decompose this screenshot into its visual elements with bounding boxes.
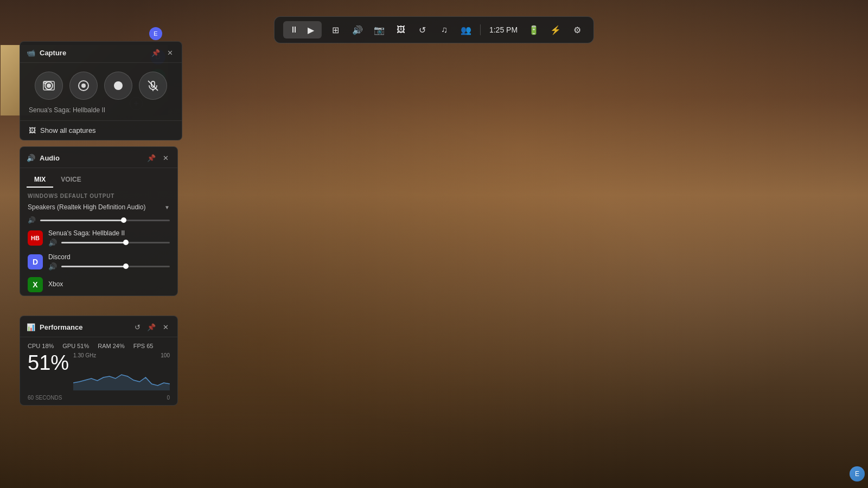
hellblade-volume-fill	[61, 242, 126, 243]
next-icon[interactable]: ▶	[303, 22, 318, 37]
perf-chart-footer: 60 SECONDS 0	[20, 395, 177, 405]
people-icon[interactable]: 👥	[458, 22, 474, 37]
audio-app-discord: D Discord 🔊	[20, 250, 177, 274]
perf-refresh-button[interactable]: ↺	[132, 322, 143, 332]
tab-voice[interactable]: VOICE	[53, 172, 88, 188]
battery-icon[interactable]: 🔋	[526, 22, 541, 37]
audio-device-name: Speakers (Realtek High Definition Audio)	[28, 203, 145, 211]
svg-point-5	[81, 84, 86, 88]
discord-mute-icon: 🔊	[48, 262, 57, 271]
record-clip-button[interactable]	[69, 72, 98, 100]
audio-app-xbox: X Xbox	[20, 274, 177, 296]
performance-panel: 📊 Performance ↺ 📌 ✕ CPU 18% GPU 51% RAM …	[20, 316, 178, 406]
perf-pin-button[interactable]: 📌	[146, 322, 157, 332]
discord-volume-fill	[61, 266, 126, 267]
audio-section-label: WINDOWS DEFAULT OUTPUT	[20, 188, 177, 201]
capture-panel-title: 📹 Capture	[27, 49, 66, 57]
capture-panel-actions: 📌 ✕	[150, 47, 175, 58]
audio-device-selector[interactable]: Speakers (Realtek High Definition Audio)…	[20, 201, 177, 215]
perf-main-value: 51%	[28, 352, 69, 373]
perf-time-label: 60 SECONDS	[28, 395, 62, 401]
ga-profile-button[interactable]: E	[149, 27, 162, 40]
ram-stat: RAM 24%	[98, 343, 125, 349]
volume-icon[interactable]: 🔊	[350, 22, 365, 37]
capture-buttons-group	[20, 63, 182, 104]
toolbar: ⏸ ▶ ⊞ 🔊 📷 🖼 ↺ ♫ 👥 1:25 PM 🔋 ⚡ ⚙	[274, 16, 594, 43]
master-volume-slider[interactable]	[40, 220, 170, 221]
capture-close-button[interactable]: ✕	[164, 47, 175, 58]
hellblade-mute-icon: 🔊	[48, 239, 57, 247]
ga-avatar[interactable]: E	[850, 466, 865, 481]
audio-panel-header: 🔊 Audio 📌 ✕	[20, 147, 177, 168]
perf-main-display: 51% 1.30 GHz 100	[20, 352, 177, 395]
perf-chart-area: 1.30 GHz 100	[73, 352, 170, 390]
show-captures-link[interactable]: 🖼 Show all captures	[20, 120, 182, 140]
xbox-audio-content: Xbox	[48, 280, 170, 290]
hellblade-volume-row: 🔊	[48, 239, 170, 247]
settings-icon[interactable]: ⚙	[570, 22, 585, 37]
audio-panel-title: 🔊 Audio	[27, 154, 60, 162]
capture-panel: 📹 Capture 📌 ✕	[20, 41, 182, 140]
perf-close-button[interactable]: ✕	[160, 322, 171, 332]
discord-volume-row: 🔊	[48, 262, 170, 271]
discord-icon: D	[28, 254, 43, 269]
toolbar-time: 1:25 PM	[487, 25, 520, 34]
capture-panel-header: 📹 Capture 📌 ✕	[20, 42, 182, 63]
perf-chart-svg	[73, 361, 170, 390]
pause-icon[interactable]: ⏸	[286, 22, 302, 37]
audio-pin-button[interactable]: 📌	[146, 152, 157, 163]
toolbar-divider	[480, 24, 481, 35]
audio-app-hellblade: HB Senua's Saga: Hellblade II 🔊	[20, 226, 177, 250]
screenshot-button[interactable]	[35, 72, 63, 100]
discord-volume-slider[interactable]	[61, 266, 170, 267]
svg-rect-2	[44, 82, 46, 84]
perf-freq-label: 1.30 GHz	[73, 352, 96, 358]
hellblade-volume-slider[interactable]	[61, 242, 170, 243]
record-button[interactable]	[104, 72, 132, 100]
performance-icon: 📊	[27, 323, 35, 331]
camera-icon[interactable]: 📷	[372, 22, 387, 37]
gallery-icon[interactable]: 🖼	[393, 22, 409, 37]
pause-play-group[interactable]: ⏸ ▶	[283, 21, 322, 38]
master-volume-row: 🔊	[20, 215, 177, 226]
cpu-stat: CPU 18%	[28, 343, 54, 349]
performance-panel-header: 📊 Performance ↺ 📌 ✕	[20, 316, 177, 337]
audio-tabs: MIX VOICE	[20, 168, 177, 188]
gpu-stat: GPU 51%	[62, 343, 89, 349]
map-icon[interactable]: ⊞	[328, 22, 343, 37]
discord-audio-content: Discord 🔊	[48, 253, 170, 271]
spotify-icon[interactable]: ♫	[437, 22, 452, 37]
ga-bottom-profile[interactable]: E	[850, 466, 865, 481]
captures-icon: 🖼	[29, 126, 36, 134]
capture-icon: 📹	[27, 49, 35, 57]
perf-chart-max: 100	[161, 352, 170, 358]
hellblade-app-name: Senua's Saga: Hellblade II	[48, 229, 170, 237]
master-volume-fill	[40, 220, 124, 221]
usb-icon[interactable]: ⚡	[548, 22, 563, 37]
audio-panel: 🔊 Audio 📌 ✕ MIX VOICE WINDOWS DEFAULT OU…	[20, 146, 178, 296]
fps-stat: FPS 65	[133, 343, 154, 349]
capture-game-name: Senua's Saga: Hellbalde II	[20, 104, 182, 120]
hellblade-icon: HB	[28, 230, 43, 246]
tab-mix[interactable]: MIX	[27, 172, 53, 188]
xbox-app-name: Xbox	[48, 280, 170, 288]
ga-profile-section: E	[149, 27, 162, 40]
audio-icon: 🔊	[27, 154, 35, 162]
audio-panel-actions: 📌 ✕	[146, 152, 171, 163]
performance-panel-title: 📊 Performance	[27, 323, 82, 331]
perf-stats-row: CPU 18% GPU 51% RAM 24% FPS 65	[20, 337, 177, 352]
refresh-icon[interactable]: ↺	[415, 22, 430, 37]
volume-low-icon: 🔊	[28, 216, 36, 224]
hellblade-audio-content: Senua's Saga: Hellblade II 🔊	[48, 229, 170, 247]
chevron-down-icon: ▼	[164, 204, 170, 210]
audio-close-button[interactable]: ✕	[160, 152, 171, 163]
svg-point-1	[47, 84, 51, 88]
mute-button[interactable]	[139, 72, 167, 100]
discord-app-name: Discord	[48, 253, 170, 261]
capture-pin-button[interactable]: 📌	[150, 47, 161, 58]
perf-chart-min: 0	[167, 395, 170, 401]
performance-panel-actions: ↺ 📌 ✕	[132, 322, 171, 332]
xbox-icon: X	[28, 277, 43, 292]
